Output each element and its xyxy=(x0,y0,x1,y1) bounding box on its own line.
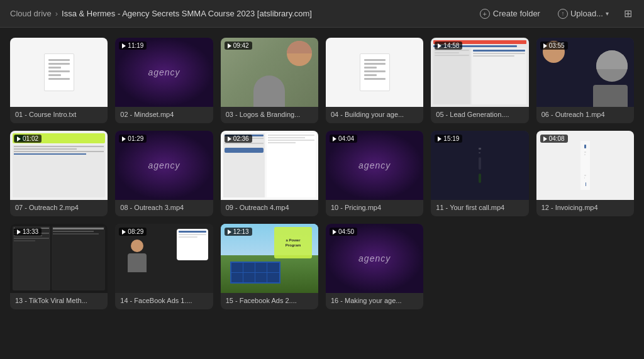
plus-icon: + xyxy=(480,9,490,19)
file-label: 09 - Outreach 4.mp4 xyxy=(221,200,318,216)
main-content: 01 - Course Intro.txtagency11:1902 - Min… xyxy=(0,28,644,359)
file-card-10[interactable]: agency04:0410 - Pricing.mp4 xyxy=(326,131,423,216)
breadcrumb-current: Issa & Hermes - Agency Secrets SMMA Cour… xyxy=(62,9,312,18)
file-label: 02 - Mindset.mp4 xyxy=(115,107,213,123)
breadcrumb: Cloud drive › Issa & Hermes - Agency Sec… xyxy=(10,9,470,18)
view-toggle-button[interactable]: ⊞ xyxy=(621,8,634,20)
file-card-9[interactable]: 02:3609 - Outreach 4.mp4 xyxy=(221,131,318,216)
file-card-7[interactable]: 01:0207 - Outreach 2.mp4 xyxy=(10,131,108,216)
file-card-13[interactable]: 13:3313 - TikTok Viral Meth... xyxy=(10,224,108,309)
create-folder-button[interactable]: + Create folder xyxy=(475,6,545,21)
file-label: 13 - TikTok Viral Meth... xyxy=(10,293,108,309)
file-label: 03 - Logos & Branding... xyxy=(221,107,318,123)
file-label: 12 - Invoicing.mp4 xyxy=(536,200,634,216)
breadcrumb-sep: › xyxy=(55,9,58,18)
file-card-16[interactable]: agency04:5016 - Making your age... xyxy=(326,224,423,309)
file-card-4[interactable]: 04 - Building your age... xyxy=(326,38,423,123)
header: Cloud drive › Issa & Hermes - Agency Sec… xyxy=(0,0,644,28)
file-card-6[interactable]: 03:5506 - Outreach 1.mp4 xyxy=(536,38,634,123)
file-card-8[interactable]: agency01:2908 - Outreach 3.mp4 xyxy=(115,131,213,216)
file-card-14[interactable]: 08:2914 - FaceBook Ads 1.... xyxy=(115,224,213,309)
file-card-2[interactable]: agency11:1902 - Mindset.mp4 xyxy=(115,38,213,123)
file-card-15[interactable]: a Power Program 12:1315 - Facebook Ads 2… xyxy=(221,224,318,309)
file-card-12[interactable]: 04:0812 - Invoicing.mp4 xyxy=(536,131,634,216)
file-card-5[interactable]: 14:5805 - Lead Generation.... xyxy=(431,38,528,123)
file-label: 10 - Pricing.mp4 xyxy=(326,200,423,216)
files-grid: 01 - Course Intro.txtagency11:1902 - Min… xyxy=(10,38,634,309)
file-label: 08 - Outreach 3.mp4 xyxy=(115,200,213,216)
header-actions: + Create folder ↑ Upload... ▾ ⊞ xyxy=(475,6,634,21)
upload-button[interactable]: ↑ Upload... ▾ xyxy=(553,6,614,21)
upload-icon: ↑ xyxy=(558,9,568,19)
file-label: 16 - Making your age... xyxy=(326,293,423,309)
chevron-down-icon: ▾ xyxy=(606,10,609,17)
file-card-3[interactable]: 09:4203 - Logos & Branding... xyxy=(221,38,318,123)
file-label: 14 - FaceBook Ads 1.... xyxy=(115,293,213,309)
file-card-1[interactable]: 01 - Course Intro.txt xyxy=(10,38,108,123)
file-label: 04 - Building your age... xyxy=(326,107,423,123)
file-label: 05 - Lead Generation.... xyxy=(431,107,528,123)
file-label: 11 - Your first call.mp4 xyxy=(431,200,528,216)
file-card-11[interactable]: 15:1911 - Your first call.mp4 xyxy=(431,131,528,216)
file-label: 07 - Outreach 2.mp4 xyxy=(10,200,108,216)
breadcrumb-root[interactable]: Cloud drive xyxy=(10,9,52,18)
file-label: 01 - Course Intro.txt xyxy=(10,107,108,123)
file-label: 15 - Facebook Ads 2.... xyxy=(221,293,318,309)
file-label: 06 - Outreach 1.mp4 xyxy=(536,107,634,123)
